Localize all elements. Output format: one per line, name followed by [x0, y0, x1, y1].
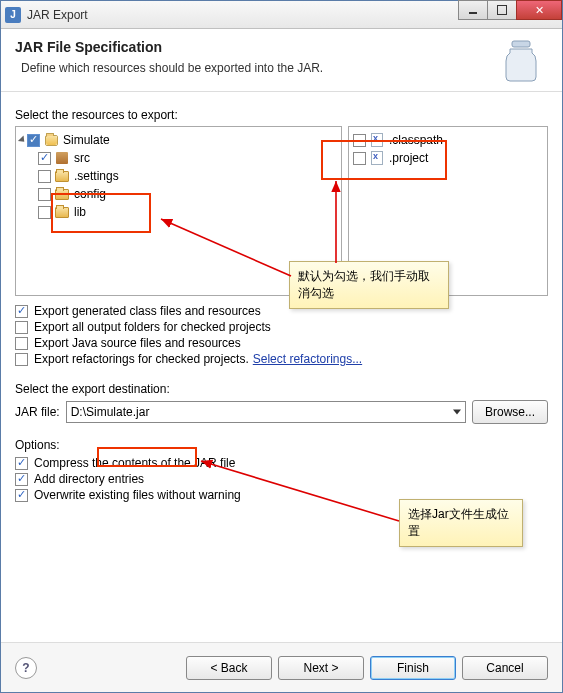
- list-label: .project: [389, 151, 428, 165]
- checkbox-overwrite[interactable]: [15, 489, 28, 502]
- help-button[interactable]: ?: [15, 657, 37, 679]
- checkbox-projectfile[interactable]: [353, 152, 366, 165]
- page-title: JAR File Specification: [15, 39, 548, 55]
- checkbox-adddir[interactable]: [15, 473, 28, 486]
- checkbox-classpath[interactable]: [353, 134, 366, 147]
- checkbox-export-refactorings[interactable]: [15, 353, 28, 366]
- opt-label: Export refactorings for checked projects…: [34, 352, 249, 366]
- tree-item-config[interactable]: config: [18, 185, 339, 203]
- opt-label: Export generated class files and resourc…: [34, 304, 261, 318]
- next-button[interactable]: Next >: [278, 656, 364, 680]
- checkbox-config[interactable]: [38, 188, 51, 201]
- options-label: Options:: [15, 438, 548, 452]
- wizard-header: JAR File Specification Define which reso…: [1, 29, 562, 92]
- opt-label: Export all output folders for checked pr…: [34, 320, 271, 334]
- chevron-down-icon[interactable]: [453, 410, 461, 415]
- maximize-button[interactable]: [487, 0, 517, 20]
- tree-item-settings[interactable]: .settings: [18, 167, 339, 185]
- package-icon: [56, 152, 68, 164]
- resources-label: Select the resources to export:: [15, 108, 548, 122]
- select-refactorings-link[interactable]: Select refactorings...: [253, 352, 362, 366]
- tree-label: lib: [74, 205, 86, 219]
- window-title: JAR Export: [27, 8, 88, 22]
- opt-label: Compress the contents of the JAR file: [34, 456, 235, 470]
- checkbox-lib[interactable]: [38, 206, 51, 219]
- tree-label: config: [74, 187, 106, 201]
- project-icon: [45, 135, 58, 146]
- finish-button[interactable]: Finish: [370, 656, 456, 680]
- tree-item-lib[interactable]: lib: [18, 203, 339, 221]
- list-item-classpath[interactable]: .classpath: [351, 131, 545, 149]
- checkbox-project[interactable]: [27, 134, 40, 147]
- tree-item-src[interactable]: src: [18, 149, 339, 167]
- folder-icon: [55, 207, 69, 218]
- jar-file-label: JAR file:: [15, 405, 60, 419]
- cancel-button[interactable]: Cancel: [462, 656, 548, 680]
- file-icon: [371, 133, 383, 147]
- list-item-project[interactable]: .project: [351, 149, 545, 167]
- folder-icon: [55, 189, 69, 200]
- app-icon: J: [5, 7, 21, 23]
- checkbox-export-source[interactable]: [15, 337, 28, 350]
- folder-icon: [55, 171, 69, 182]
- jar-file-value: D:\Simulate.jar: [71, 405, 150, 419]
- titlebar[interactable]: J JAR Export: [1, 1, 562, 29]
- checkbox-settings[interactable]: [38, 170, 51, 183]
- minimize-button[interactable]: [458, 0, 488, 20]
- destination-label: Select the export destination:: [15, 382, 548, 396]
- opt-label: Add directory entries: [34, 472, 144, 486]
- checkbox-compress[interactable]: [15, 457, 28, 470]
- opt-label: Export Java source files and resources: [34, 336, 241, 350]
- checkbox-src[interactable]: [38, 152, 51, 165]
- close-button[interactable]: [516, 0, 562, 20]
- opt-label: Overwrite existing files without warning: [34, 488, 241, 502]
- wizard-footer: ? < Back Next > Finish Cancel: [1, 642, 562, 692]
- expand-icon[interactable]: [18, 135, 27, 144]
- annotation-tooltip: 选择Jar文件生成位置: [399, 499, 523, 547]
- svg-rect-0: [512, 41, 530, 47]
- tree-label: .settings: [74, 169, 119, 183]
- checkbox-export-generated[interactable]: [15, 305, 28, 318]
- tree-label: Simulate: [63, 133, 110, 147]
- browse-button[interactable]: Browse...: [472, 400, 548, 424]
- jar-icon: [500, 39, 542, 83]
- back-button[interactable]: < Back: [186, 656, 272, 680]
- checkbox-export-output[interactable]: [15, 321, 28, 334]
- tree-item-project[interactable]: Simulate: [18, 131, 339, 149]
- annotation-tooltip: 默认为勾选，我们手动取消勾选: [289, 261, 449, 309]
- jar-file-combo[interactable]: D:\Simulate.jar: [66, 401, 466, 423]
- file-icon: [371, 151, 383, 165]
- list-label: .classpath: [389, 133, 443, 147]
- page-subtitle: Define which resources should be exporte…: [15, 61, 548, 75]
- tree-label: src: [74, 151, 90, 165]
